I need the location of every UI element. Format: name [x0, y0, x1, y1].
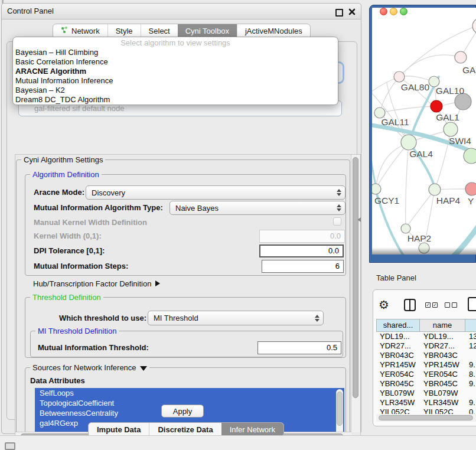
node-swi4[interactable]	[464, 148, 476, 164]
table-cell: 0.	[465, 407, 476, 414]
float-window-icon[interactable]	[335, 9, 343, 17]
algorithm-option-bayesian-hill-climbing[interactable]: Bayesian – Hill Climbing	[13, 48, 338, 57]
stepper-icon	[334, 189, 344, 196]
mi-threshold-field[interactable]: 0.5	[257, 341, 341, 354]
mac-minimize-button[interactable]	[390, 8, 397, 15]
bottom-strip	[0, 436, 476, 450]
node-gal1[interactable]	[444, 122, 458, 136]
aracne-mode-value: Discovery	[86, 188, 334, 197]
dpi-tolerance-label: DPI Tolerance [0,1]:	[34, 244, 105, 257]
network-edge[interactable]	[399, 55, 461, 77]
table-row[interactable]: YER054CYER054C8.	[376, 370, 476, 379]
network-edge[interactable]	[377, 142, 409, 186]
settings-vscroll-thumb[interactable]	[353, 157, 358, 398]
mac-zoom-button[interactable]	[400, 8, 407, 15]
attribute-item-selfloops[interactable]: SelfLoops	[35, 388, 344, 398]
table-horizontal-scrollbar[interactable]	[376, 414, 476, 422]
deselect-all-checkboxes-icon[interactable]	[445, 302, 457, 308]
table-cell	[465, 351, 476, 360]
attributes-scrollbar-thumb[interactable]	[337, 392, 343, 426]
table-cell: 9.	[465, 398, 476, 407]
node-gray[interactable]	[455, 93, 471, 110]
manual-kernel-width-checkbox[interactable]	[333, 217, 341, 226]
aracne-mode-combobox[interactable]: Discovery	[86, 185, 345, 200]
node-gal4[interactable]	[401, 135, 416, 150]
kernel-width-field[interactable]: 0.0	[259, 230, 345, 243]
table-settings-gear-icon[interactable]: ⚙	[379, 298, 389, 312]
node-table-header: shared...nameA	[376, 319, 476, 332]
splitter-collapse-arrow[interactable]	[357, 217, 361, 222]
cyni-algorithm-settings-legend: Cyni Algorithm Settings	[21, 155, 105, 164]
column-header-name[interactable]: name	[420, 319, 465, 332]
dpi-tolerance-field[interactable]: 0.0	[259, 244, 344, 257]
algorithm-definition-legend: Algorithm Definition	[30, 170, 102, 179]
column-layout-icon[interactable]	[404, 299, 416, 311]
table-cell: YDR27...	[376, 341, 420, 351]
node-red[interactable]	[431, 100, 442, 112]
algorithm-option-mutual-information-inference[interactable]: Mutual Information Inference	[13, 76, 338, 86]
table-row[interactable]: YLR345WYLR345W9.	[376, 398, 476, 407]
bottom-tab-impute-data[interactable]: Impute Data	[89, 423, 149, 436]
manual-kernel-width-label: Manual Kernel Width Definition	[34, 218, 147, 227]
table-cell: YBR045C	[376, 379, 420, 389]
table-partial-icon[interactable]	[468, 297, 476, 311]
table-row[interactable]: YBR043CYBR043C	[376, 351, 476, 360]
collapse-down-icon	[140, 366, 147, 371]
algorithm-option-bayesian-k2[interactable]: Bayesian – K2	[13, 86, 338, 95]
network-edge[interactable]	[407, 190, 435, 226]
node-gal80[interactable]	[394, 71, 405, 82]
node-top-partial[interactable]	[472, 18, 476, 34]
table-cell: YLR345W	[420, 398, 465, 407]
bottom-tab-infer-network[interactable]: Infer Network	[221, 423, 283, 436]
which-threshold-value: MI Threshold	[148, 314, 312, 322]
network-edge[interactable]	[406, 142, 409, 229]
unchecked-box-icon	[445, 302, 450, 308]
algorithm-dropdown-placeholder: Select algorithm to view settings	[13, 38, 338, 48]
network-canvas[interactable]: GALGAL80GAL10GAL1GAL11GAL4SWI4GCY1HAP4YH…	[372, 8, 476, 255]
column-header-shared[interactable]: shared...	[376, 319, 420, 332]
node-gal-partial-label: GAL	[462, 65, 476, 75]
node-salmon[interactable]	[465, 182, 476, 195]
select-all-checkboxes-icon[interactable]: ✓ ✓	[425, 302, 438, 308]
mi-steps-field[interactable]: 6	[262, 260, 344, 273]
network-edge[interactable]	[372, 141, 376, 188]
expand-right-icon	[155, 281, 160, 286]
table-row[interactable]: YPR145WYPR145W9.	[376, 360, 476, 370]
minimized-panel-icon[interactable]	[5, 442, 15, 450]
table-row[interactable]: YDL19...YDL19...13	[376, 332, 476, 341]
which-threshold-combobox[interactable]: MI Threshold	[148, 311, 324, 325]
node-gal4-label: GAL4	[409, 149, 433, 159]
mac-close-button[interactable]	[380, 8, 387, 15]
algorithm-option-dream8-dc-tdc-algorithm[interactable]: Dream8 DC_TDC Algorithm	[13, 95, 338, 105]
table-cell: YIL052C	[420, 407, 465, 414]
bottom-tab-discretize-data[interactable]: Discretize Data	[149, 423, 221, 436]
node-hap2[interactable]	[401, 224, 410, 233]
mi-algorithm-type-combobox[interactable]: Naive Bayes	[169, 201, 345, 215]
apply-button[interactable]: Apply	[161, 405, 204, 418]
control-panel-titlebar[interactable]: Control Panel	[2, 4, 361, 19]
close-window-icon[interactable]	[348, 8, 356, 15]
table-row[interactable]: YBR045CYBR045C9.	[376, 379, 476, 389]
node-hap4[interactable]	[429, 184, 441, 195]
table-cell: YBR043C	[420, 351, 465, 360]
table-hscroll-thumb[interactable]	[379, 415, 473, 420]
node-gal-partial[interactable]	[455, 51, 467, 63]
hub-definition-toggle[interactable]: Hub/Transcription Factor Definition	[33, 279, 160, 288]
settings-vertical-scrollbar[interactable]	[351, 155, 360, 432]
column-header-a[interactable]: A	[465, 319, 476, 332]
stepper-icon	[334, 204, 344, 211]
node-table: shared...nameA YDL19...YDL19...13YDR27..…	[376, 319, 476, 414]
algorithm-dropdown-items: Bayesian – Hill ClimbingBasic Correlatio…	[13, 48, 338, 105]
control-panel-window: Control Panel NetworkStyleSelectCyni Too…	[1, 3, 361, 434]
table-cell	[465, 389, 476, 398]
node-salmon-label: Y	[468, 196, 474, 206]
algorithm-option-basic-correlation-inference[interactable]: Basic Correlation Inference	[13, 57, 338, 67]
table-row[interactable]: YIL052CYIL052C0.	[376, 407, 476, 414]
node-gcy1[interactable]	[372, 184, 381, 194]
table-row[interactable]: YBL079WYBL079W	[376, 389, 476, 398]
table-row[interactable]: YDR27...YDR27...12	[376, 341, 476, 351]
table-cell: 9.	[465, 360, 476, 370]
algorithm-option-aracne-algorithm[interactable]: ARACNE Algorithm	[13, 67, 338, 76]
sources-legend[interactable]: Sources for Network Inference	[30, 363, 149, 372]
network-graph[interactable]: GALGAL80GAL10GAL1GAL11GAL4SWI4GCY1HAP4YH…	[372, 8, 476, 255]
